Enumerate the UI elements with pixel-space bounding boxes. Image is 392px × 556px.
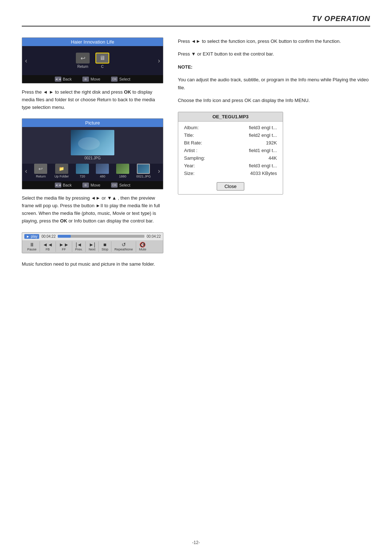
thumb-upfolder-label: Up Folder bbox=[54, 175, 69, 178]
pause-label: Pause bbox=[27, 248, 37, 251]
ff-button[interactable]: ►► FF bbox=[56, 241, 72, 252]
fb-label: FB bbox=[46, 248, 50, 251]
picture-preview-area: 0021.JPG bbox=[22, 127, 163, 164]
year-field-name: Year: bbox=[184, 163, 217, 168]
close-button[interactable]: Close bbox=[217, 182, 244, 191]
time-end: 00:04:22 bbox=[147, 234, 161, 238]
thumb-1880-label: 1880 bbox=[119, 175, 126, 178]
info-row-year: Year: field3 engl t... bbox=[184, 162, 277, 169]
picture-bottom-bar: ◄◄ Back ⊕ Move OK Select bbox=[22, 181, 163, 189]
next-label: Next bbox=[89, 248, 95, 251]
picture-back-btn[interactable]: ◄◄ Back bbox=[55, 183, 72, 188]
header: TV OPERATION bbox=[22, 15, 370, 26]
next-button[interactable]: ►| Next bbox=[86, 241, 99, 252]
disk-icons: ↩ Return 🖥 C bbox=[76, 53, 109, 69]
disk-right-arrow[interactable]: › bbox=[158, 57, 160, 65]
thumb-upfolder[interactable]: 📁 Up Folder bbox=[54, 164, 69, 178]
return-icon-item[interactable]: ↩ Return bbox=[76, 53, 90, 69]
mute-icon: 🔇 bbox=[139, 242, 146, 247]
mute-label: Mute bbox=[139, 248, 146, 251]
fb-icon: ◄◄ bbox=[43, 242, 53, 247]
picture-move-icon: ⊕ bbox=[82, 183, 89, 188]
page: TV OPERATION Haier Innovation Life ‹ ↩ R… bbox=[0, 0, 392, 556]
picture-preview-image bbox=[71, 130, 114, 155]
picture-thumbnails: ‹ ↩ Return 📁 Up Folder 720 bbox=[22, 164, 163, 181]
control-bar: ► play 00:04:22 00:04:22 ⏸ Pause ◄◄ bbox=[22, 232, 163, 253]
disk-move-btn[interactable]: ⊕ Move bbox=[82, 77, 100, 82]
ff-label: FF bbox=[62, 248, 66, 251]
size-field-value: 4033 KBytes bbox=[250, 171, 277, 176]
music-note-text: Music function need to put music and pic… bbox=[22, 261, 163, 268]
back-icon: ◄◄ bbox=[55, 77, 61, 82]
thumb-return[interactable]: ↩ Return bbox=[34, 164, 47, 178]
prev-button[interactable]: |◄ Prev. bbox=[72, 241, 86, 252]
thumb-1880-img bbox=[116, 164, 129, 174]
thumb-720[interactable]: 720 bbox=[76, 164, 89, 178]
picture-move-btn[interactable]: ⊕ Move bbox=[82, 183, 100, 188]
disk-bottom-bar: ◄◄ Back ⊕ Move OK Select bbox=[22, 75, 163, 83]
thumb-1880[interactable]: 1880 bbox=[116, 164, 129, 178]
pause-button[interactable]: ⏸ Pause bbox=[24, 241, 40, 252]
prev-label: Prev. bbox=[75, 248, 82, 251]
info-row-album: Album: field3 engl t... bbox=[184, 124, 277, 131]
info-card-title: OE_TEGU1.MP3 bbox=[178, 112, 283, 122]
note-text-2: Choose the Info icon and press OK can di… bbox=[178, 97, 370, 104]
disk-browser-title: Haier Innovation Life bbox=[22, 38, 163, 46]
picture-browser-title: Picture bbox=[22, 119, 163, 127]
select-icon: OK bbox=[111, 77, 118, 82]
size-field-name: Size: bbox=[184, 171, 217, 176]
disk-back-btn[interactable]: ◄◄ Back bbox=[55, 77, 72, 82]
right-para1: Press ◄► to select the function icon, pr… bbox=[178, 37, 370, 45]
disk-c-icon-item[interactable]: 🖥 C bbox=[95, 53, 109, 69]
controls-row: ⏸ Pause ◄◄ FB ►► FF |◄ Prev. bbox=[22, 240, 163, 253]
thumb-720-label: 720 bbox=[79, 175, 85, 178]
artist-field-value: field1 engl t... bbox=[249, 148, 277, 153]
page-title: TV OPERATION bbox=[312, 15, 370, 23]
play-triangle-icon: ► bbox=[26, 234, 30, 238]
picture-select-btn[interactable]: OK Select bbox=[111, 183, 130, 188]
title-field-value: field2 engl t... bbox=[249, 132, 277, 138]
stop-label: Stop bbox=[102, 248, 109, 251]
ff-icon: ►► bbox=[59, 242, 69, 247]
thumb-0021-img bbox=[137, 164, 150, 174]
progress-bar[interactable] bbox=[58, 235, 144, 238]
info-row-artist: Artist : field1 engl t... bbox=[184, 147, 277, 154]
desc-text-2: Select the media file by pressing ◄► or … bbox=[22, 195, 163, 225]
thumb-0021[interactable]: 0021.JPG bbox=[136, 164, 151, 178]
picture-left-arrow[interactable]: ‹ bbox=[25, 167, 27, 175]
note-text-1: You can adjust the audio track, subtitle… bbox=[178, 76, 370, 91]
thumb-return-label: Return bbox=[36, 175, 46, 178]
picture-back-label: Back bbox=[63, 183, 72, 187]
year-field-value: field3 engl t... bbox=[249, 163, 277, 168]
next-icon: ►| bbox=[89, 242, 95, 247]
info-row-size: Size: 4033 KBytes bbox=[184, 169, 277, 177]
thumb-480[interactable]: 480 bbox=[96, 164, 109, 178]
desc-text-1: Press the ◄ ► to select the right disk a… bbox=[22, 89, 163, 111]
picture-back-icon: ◄◄ bbox=[55, 183, 61, 188]
picture-select-icon: OK bbox=[111, 183, 118, 188]
disk-select-btn[interactable]: OK Select bbox=[111, 77, 130, 82]
note-bold-label: NOTE: bbox=[178, 64, 192, 70]
sampling-field-value: 44K bbox=[269, 155, 277, 161]
right-column: Press ◄► to select the function icon, pr… bbox=[178, 37, 370, 275]
picture-move-label: Move bbox=[90, 183, 100, 187]
bitrate-field-name: Bit Rate: bbox=[184, 140, 217, 146]
info-card: OE_TEGU1.MP3 Album: field3 engl t... Tit… bbox=[178, 112, 283, 195]
repeat-label: RepeatNone bbox=[114, 248, 133, 251]
stop-button[interactable]: ■ Stop bbox=[99, 241, 112, 252]
time-start: 00:04:22 bbox=[41, 234, 56, 238]
progress-row: ► play 00:04:22 00:04:22 bbox=[22, 233, 163, 240]
disk-left-arrow[interactable]: ‹ bbox=[25, 57, 27, 65]
info-card-rows: Album: field3 engl t... Title: field2 en… bbox=[178, 122, 283, 179]
thumb-720-img bbox=[76, 164, 89, 174]
picture-right-arrow[interactable]: › bbox=[158, 167, 160, 175]
fb-button[interactable]: ◄◄ FB bbox=[40, 241, 56, 252]
disk-select-label: Select bbox=[119, 77, 130, 81]
page-number: -12- bbox=[192, 540, 200, 545]
right-para2: Press ▼ or EXIT button to exit the contr… bbox=[178, 50, 370, 58]
info-row-sampling: Sampling: 44K bbox=[184, 154, 277, 162]
thumb-0021-label: 0021.JPG bbox=[136, 175, 151, 178]
return-icon: ↩ bbox=[76, 53, 90, 64]
mute-button[interactable]: 🔇 Mute bbox=[136, 241, 149, 252]
repeat-button[interactable]: ↺ RepeatNone bbox=[111, 241, 136, 252]
